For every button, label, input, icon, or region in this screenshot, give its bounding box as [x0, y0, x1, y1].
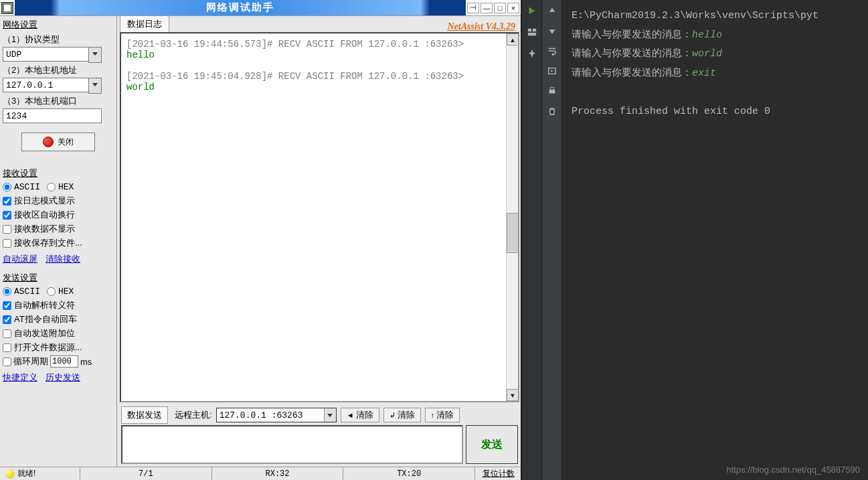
window-title: 网络调试助手 — [206, 1, 274, 14]
status-counter: 7/1 — [80, 467, 212, 480]
status-rx: RX:32 — [212, 467, 344, 480]
scroll-down-icon[interactable]: ▾ — [507, 389, 519, 401]
titlebar: 网络调试助手 ⊣ — □ × — [0, 0, 522, 16]
send-button[interactable]: 发送 — [466, 425, 518, 464]
recv-check-2[interactable]: 接收数据不显示 — [3, 223, 114, 235]
pin-icon[interactable] — [527, 48, 537, 59]
console-output[interactable]: E:\PyCharm2019.2.3\Works\venv\Scripts\py… — [562, 0, 868, 480]
gutter-1 — [522, 0, 542, 480]
log-meta-2: [2021-03-16 19:45:04.928]# RECV ASCII FR… — [126, 71, 513, 82]
statusbar: 就绪! 7/1 RX:32 TX:20 复位计数 — [0, 467, 522, 480]
send-ascii-radio[interactable]: ASCII — [3, 287, 40, 297]
history-link[interactable]: 历史发送 — [46, 372, 80, 384]
status-tx: TX:20 — [343, 467, 475, 480]
netassist-window: 网络调试助手 ⊣ — □ × 网络设置 （1）协议类型 UDP （2）本地主机地… — [0, 0, 522, 480]
scroll-thumb[interactable] — [507, 213, 519, 253]
clear-recv-link[interactable]: 清除接收 — [46, 253, 80, 265]
send-check-2[interactable]: 自动发送附加位 — [3, 327, 114, 339]
record-icon — [43, 137, 54, 147]
svg-rect-1 — [532, 29, 535, 31]
titlebar-gradient: 网络调试助手 — [15, 0, 466, 15]
recv-check-3[interactable]: 接收保存到文件... — [3, 237, 114, 249]
send-check-3[interactable]: 打开文件数据源... — [3, 341, 114, 353]
send-tab[interactable]: 数据发送 — [121, 406, 168, 424]
protocol-combo[interactable]: UDP — [3, 47, 90, 62]
svg-rect-2 — [527, 33, 535, 35]
send-hex-radio[interactable]: HEX — [47, 287, 74, 297]
gutter-2 — [542, 0, 562, 480]
send-settings-title: 发送设置 — [3, 272, 114, 284]
return-icon: ↲ — [389, 411, 396, 420]
svg-rect-0 — [527, 29, 531, 31]
port-label: （3）本地主机端口 — [3, 95, 114, 107]
remote-host-label: 远程主机: — [175, 409, 212, 421]
log-meta-1: [2021-03-16 19:44:56.573]# RECV ASCII FR… — [126, 39, 513, 50]
send-check-1[interactable]: AT指令自动回车 — [3, 313, 114, 325]
remote-host-combo[interactable]: 127.0.0.1 :63263 — [216, 408, 337, 422]
console-path: E:\PyCharm2019.2.3\Works\venv\Scripts\py… — [572, 7, 859, 26]
pycharm-panel: E:\PyCharm2019.2.3\Works\venv\Scripts\py… — [522, 0, 868, 480]
recv-check-0[interactable]: 按日志模式显示 — [3, 195, 114, 207]
quickdef-link[interactable]: 快捷定义 — [3, 372, 37, 384]
recv-ascii-radio[interactable]: ASCII — [3, 182, 40, 192]
network-settings-title: 网络设置 — [3, 19, 114, 31]
log-area[interactable]: [2021-03-16 19:44:56.573]# RECV ASCII FR… — [120, 32, 519, 402]
close-window-button[interactable]: × — [507, 3, 519, 13]
process-finished: Process finished with exit code 0 — [572, 102, 859, 122]
send-check-0[interactable]: 自动解析转义符 — [3, 299, 114, 311]
cycle-check[interactable] — [3, 357, 11, 366]
close-connection-button[interactable]: 关闭 — [21, 133, 95, 151]
watermark: https://blog.csdn.net/qq_45887590 — [727, 465, 861, 475]
log-data-1: hello — [126, 50, 513, 60]
print-icon[interactable] — [547, 86, 557, 96]
clear-btn-3[interactable]: ↑清除 — [425, 408, 460, 422]
recv-check-1[interactable]: 接收区自动换行 — [3, 209, 114, 221]
send-input[interactable] — [121, 425, 463, 464]
version-link[interactable]: NetAssist V4.3.29 — [447, 21, 515, 32]
svg-rect-4 — [549, 90, 555, 93]
log-data-2: world — [126, 82, 513, 92]
port-input[interactable] — [3, 108, 102, 123]
window-controls: ⊣ — □ × — [467, 3, 522, 13]
scroll-up-icon[interactable]: ▴ — [507, 33, 519, 46]
svg-rect-5 — [550, 88, 553, 90]
arrow-up-icon: ↑ — [431, 411, 435, 419]
up-arrow-icon[interactable] — [547, 5, 557, 16]
minimize-button[interactable]: — — [481, 3, 493, 13]
content-area: 数据日志 NetAssist V4.3.29 [2021-03-16 19:44… — [117, 16, 522, 467]
autoscroll-link[interactable]: 自动滚屏 — [3, 253, 37, 265]
layout-icon[interactable] — [527, 27, 537, 37]
combo-dropdown-icon[interactable] — [324, 408, 336, 422]
reset-counter-link[interactable]: 复位计数 — [475, 467, 522, 480]
status-ready: 就绪! — [17, 468, 35, 479]
host-label: （2）本地主机地址 — [3, 64, 114, 76]
log-scrollbar[interactable]: ▴ ▾ — [506, 33, 518, 401]
status-icon — [5, 469, 15, 479]
protocol-label: （1）协议类型 — [3, 33, 114, 46]
arrow-left-icon: ◄ — [347, 411, 354, 419]
down-arrow-icon[interactable] — [547, 25, 557, 36]
recv-settings-title: 接收设置 — [3, 167, 114, 179]
log-tab[interactable]: 数据日志 — [120, 15, 169, 32]
step-icon[interactable] — [547, 66, 557, 76]
settings-sidebar: 网络设置 （1）协议类型 UDP （2）本地主机地址 127.0.0.1 （3）… — [0, 16, 117, 467]
maximize-button[interactable]: □ — [494, 3, 506, 13]
app-icon — [1, 2, 13, 14]
wrap-icon[interactable] — [547, 46, 557, 56]
recv-hex-radio[interactable]: HEX — [47, 182, 74, 192]
clear-btn-1[interactable]: ◄清除 — [341, 408, 379, 422]
run-icon[interactable] — [527, 5, 537, 16]
cycle-input[interactable] — [50, 355, 78, 368]
clear-btn-2[interactable]: ↲清除 — [383, 408, 421, 422]
trash-icon[interactable] — [547, 106, 557, 116]
pin-button[interactable]: ⊣ — [467, 3, 479, 13]
host-combo[interactable]: 127.0.0.1 — [3, 78, 90, 92]
